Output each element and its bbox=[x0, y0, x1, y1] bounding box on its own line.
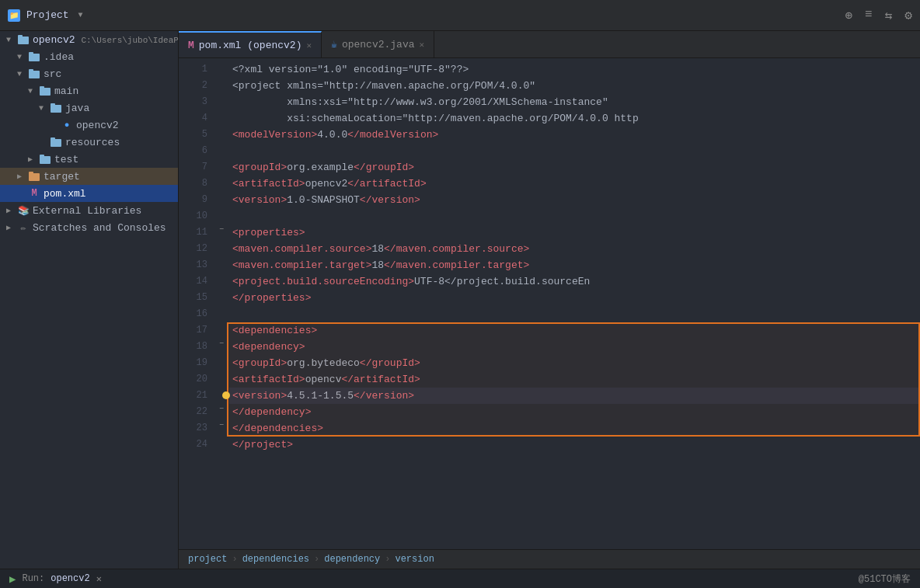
line-number-13: 13 bbox=[179, 257, 207, 273]
fold-icon-11[interactable]: − bbox=[219, 225, 224, 234]
tree-icon-folder-orange bbox=[28, 170, 40, 183]
tree-arrow[interactable]: ▶ bbox=[6, 223, 17, 232]
gutter-4 bbox=[214, 107, 229, 124]
line-number-21: 21 bbox=[179, 388, 207, 404]
line-number-17: 17 bbox=[179, 322, 207, 339]
svg-rect-3 bbox=[29, 52, 33, 55]
fold-icon-22[interactable]: − bbox=[219, 405, 224, 413]
line-number-14: 14 bbox=[179, 273, 207, 290]
sidebar-item-scratches-and-consoles[interactable]: ▶✏Scratches and Consoles bbox=[0, 219, 178, 236]
tree-icon-folder bbox=[28, 68, 40, 80]
breadcrumb-separator: › bbox=[385, 554, 390, 565]
sidebar-label: opencv2 bbox=[76, 120, 119, 131]
sidebar-label: External Libraries bbox=[33, 205, 141, 217]
sidebar-item-test[interactable]: ▶test bbox=[0, 151, 178, 168]
code-line-5: <modelVersion>4.0.0</modelVersion> bbox=[229, 127, 920, 143]
sidebar-label: java bbox=[65, 103, 89, 114]
sidebar-item-target[interactable]: ▶target bbox=[0, 168, 178, 185]
line-number-1: 1 bbox=[179, 61, 207, 78]
gutter-7 bbox=[214, 156, 229, 172]
svg-rect-1 bbox=[18, 35, 23, 38]
tree-icon-package: ● bbox=[61, 119, 73, 131]
code-line-7: <groupId>org.example</groupId> bbox=[229, 159, 920, 176]
line-number-10: 10 bbox=[179, 208, 207, 224]
code-line-17: <dependencies> bbox=[229, 322, 920, 339]
tree-arrow[interactable]: ▶ bbox=[6, 206, 17, 215]
editor-area: Mpom.xml (opencv2)✕☕opencv2.java✕ 123456… bbox=[179, 31, 920, 569]
breadcrumb-item-dependency[interactable]: dependency bbox=[324, 554, 380, 565]
code-line-6 bbox=[229, 143, 920, 159]
fold-icon-23[interactable]: − bbox=[219, 421, 224, 430]
svg-rect-9 bbox=[51, 103, 55, 106]
code-line-15: </properties> bbox=[229, 290, 920, 306]
gutter-6 bbox=[214, 140, 229, 156]
sidebar-item-java[interactable]: ▼java bbox=[0, 99, 178, 117]
sidebar-label: src bbox=[44, 68, 61, 80]
breadcrumb-item-project[interactable]: project bbox=[188, 554, 227, 565]
tab-opencv2-java[interactable]: ☕opencv2.java✕ bbox=[322, 31, 434, 57]
line-number-9: 9 bbox=[179, 192, 207, 208]
sidebar-item-opencv2[interactable]: ▼opencv2 C:\Users\jubo\IdeaProjects\open… bbox=[0, 31, 178, 48]
run-close-button[interactable]: ✕ bbox=[96, 573, 102, 585]
tab-close-button[interactable]: ✕ bbox=[420, 40, 425, 50]
tree-arrow[interactable]: ▼ bbox=[28, 87, 39, 96]
gutter-19 bbox=[214, 352, 229, 368]
gutter-8 bbox=[214, 172, 229, 189]
sidebar-item-main[interactable]: ▼main bbox=[0, 82, 178, 99]
main-layout: ▼opencv2 C:\Users\jubo\IdeaProjects\open… bbox=[0, 31, 920, 569]
sidebar-item-external-libraries[interactable]: ▶📚External Libraries bbox=[0, 202, 178, 219]
breadcrumb-item-dependencies[interactable]: dependencies bbox=[242, 554, 309, 565]
tree-arrow[interactable]: ▼ bbox=[39, 104, 50, 113]
tree-arrow[interactable]: ▼ bbox=[17, 53, 28, 61]
fold-icon-18[interactable]: − bbox=[219, 339, 224, 348]
tree-arrow[interactable]: ▼ bbox=[17, 70, 28, 78]
sidebar-label: test bbox=[54, 154, 78, 165]
line-number-20: 20 bbox=[179, 371, 207, 388]
code-line-16 bbox=[229, 306, 920, 322]
tab-bar: Mpom.xml (opencv2)✕☕opencv2.java✕ bbox=[179, 31, 920, 58]
line-number-22: 22 bbox=[179, 404, 207, 420]
gutter-3 bbox=[214, 91, 229, 107]
sidebar-item-src[interactable]: ▼src bbox=[0, 65, 178, 82]
tab-label: pom.xml (opencv2) bbox=[199, 40, 302, 51]
breadcrumb-separator: › bbox=[314, 554, 319, 565]
code-line-2: <project xmlns="http://maven.apache.org/… bbox=[229, 78, 920, 94]
gutter-16 bbox=[214, 303, 229, 319]
run-label: opencv2 bbox=[51, 573, 89, 584]
gutter-20 bbox=[214, 368, 229, 384]
gutter-11: − bbox=[214, 221, 229, 238]
project-dropdown-arrow[interactable]: ▼ bbox=[78, 11, 83, 19]
line-number-4: 4 bbox=[179, 110, 207, 127]
tab-close-button[interactable]: ✕ bbox=[306, 40, 312, 50]
sidebar-item-pom.xml[interactable]: Mpom.xml bbox=[0, 185, 178, 202]
line-number-7: 7 bbox=[179, 159, 207, 176]
sidebar-item-.idea[interactable]: ▼.idea bbox=[0, 48, 178, 65]
code-line-11: <properties> bbox=[229, 224, 920, 241]
status-bar: ▶ Run: opencv2 ✕ @51CTO博客 bbox=[0, 569, 920, 588]
structure-icon[interactable]: ≡ bbox=[865, 8, 873, 23]
nav-back-icon[interactable]: ⊕ bbox=[845, 8, 852, 23]
title-bar-actions: ⊕ ≡ ⇆ ⚙ bbox=[845, 8, 912, 23]
tree-arrow[interactable]: ▶ bbox=[17, 172, 28, 181]
code-editor[interactable]: 123456789101112131415161718192021222324 … bbox=[179, 58, 920, 549]
settings-icon[interactable]: ⚙ bbox=[904, 8, 912, 23]
breadcrumb-item-version[interactable]: version bbox=[395, 554, 434, 565]
tree-icon-folder bbox=[50, 136, 62, 148]
gutter-24 bbox=[214, 433, 229, 450]
sidebar-label: Scratches and Consoles bbox=[33, 222, 166, 234]
tree-arrow[interactable]: ▼ bbox=[6, 36, 17, 44]
gutter-12 bbox=[214, 238, 229, 254]
code-line-21[interactable]: <version>4.5.1-1.5.5</version> bbox=[229, 388, 920, 404]
sidebar-item-opencv2[interactable]: ●opencv2 bbox=[0, 117, 178, 134]
collapse-icon[interactable]: ⇆ bbox=[885, 8, 893, 23]
breadcrumb-bar: project›dependencies›dependency›version bbox=[179, 549, 920, 569]
tree-arrow[interactable]: ▶ bbox=[28, 155, 39, 164]
line-number-11: 11 bbox=[179, 224, 207, 241]
code-line-14: <project.build.sourceEncoding>UTF-8</pro… bbox=[229, 273, 920, 290]
tab-label: opencv2.java bbox=[342, 39, 415, 50]
code-content[interactable]: <?xml version="1.0" encoding="UTF-8"??><… bbox=[229, 58, 920, 549]
sidebar-item-resources[interactable]: resources bbox=[0, 134, 178, 151]
tree-icon-file-maven: M bbox=[28, 187, 40, 200]
line-number-12: 12 bbox=[179, 241, 207, 257]
tab-pom-xml[interactable]: Mpom.xml (opencv2)✕ bbox=[179, 31, 322, 57]
